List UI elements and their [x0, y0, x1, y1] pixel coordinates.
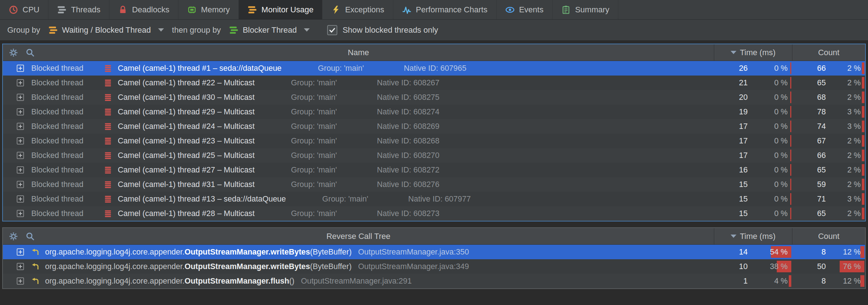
count-cell: 65 — [792, 78, 830, 88]
threads-rows: Blocked threadCamel (camel-1) thread #1 … — [3, 61, 865, 221]
expand-icon[interactable] — [17, 65, 24, 72]
column-header-time[interactable]: Time (ms) — [714, 228, 792, 244]
thread-row[interactable]: Blocked threadCamel (camel-1) thread #24… — [3, 119, 865, 134]
expand-icon[interactable] — [17, 108, 24, 115]
time-pct-cell: 0 % — [752, 76, 792, 90]
tab-label: CPU — [23, 5, 39, 15]
percent-bar — [790, 164, 791, 176]
gear-icon[interactable] — [9, 232, 18, 241]
expand-icon[interactable] — [17, 166, 24, 174]
calltree-row[interactable]: org.apache.logging.log4j.core.appender.O… — [3, 259, 865, 274]
count-pct-cell: 2 % — [830, 76, 865, 90]
expand-icon[interactable] — [17, 195, 24, 203]
thread-row[interactable]: Blocked threadCamel (camel-1) thread #22… — [3, 76, 865, 90]
calltree-row[interactable]: org.apache.logging.log4j.core.appender.O… — [3, 245, 865, 259]
show-blocked-only-checkbox[interactable]: Show blocked threads only — [327, 25, 438, 35]
percent-bar — [862, 77, 864, 89]
time-pct-cell: 0 % — [752, 90, 792, 105]
count-pct-cell: 2 % — [830, 148, 865, 163]
percent-bar — [790, 92, 791, 103]
expand-icon[interactable] — [17, 137, 24, 145]
tab-performance-charts[interactable]: Performance Charts — [393, 0, 497, 19]
deadlock-icon — [118, 5, 128, 15]
blocked-thread-icon — [104, 151, 112, 159]
expand-icon[interactable] — [17, 248, 24, 256]
tab-events[interactable]: Events — [497, 0, 552, 19]
then-group-by-dropdown[interactable]: Blocker Thread — [227, 24, 312, 36]
thread-row[interactable]: Blocked threadCamel (camel-1) thread #31… — [3, 177, 865, 192]
reverse-call-icon — [31, 248, 39, 256]
thread-row[interactable]: Blocked threadCamel (camel-1) thread #27… — [3, 163, 865, 177]
tab-monitor-usage[interactable]: Monitor Usage — [239, 0, 322, 19]
expand-icon[interactable] — [17, 123, 24, 130]
calltree-row[interactable]: org.apache.logging.log4j.core.appender.O… — [3, 274, 865, 288]
tab-cpu[interactable]: CPU — [0, 0, 48, 19]
events-icon — [505, 5, 515, 15]
percent-bar — [790, 135, 791, 147]
method-cell: org.apache.logging.log4j.core.appender.O… — [3, 277, 714, 286]
thread-native-id: Native ID: 608276 — [377, 180, 439, 189]
count-cell: 74 — [792, 122, 830, 131]
time-pct-cell: 0 % — [752, 148, 792, 163]
blocked-thread-icon — [104, 79, 112, 87]
count-pct-cell: 2 % — [830, 90, 865, 105]
expand-icon[interactable] — [17, 79, 24, 86]
thread-row[interactable]: Blocked threadCamel (camel-1) thread #25… — [3, 148, 865, 163]
thread-name-cell: Blocked threadCamel (camel-1) thread #27… — [3, 166, 714, 175]
checkbox-label: Show blocked threads only — [342, 25, 438, 35]
tab-deadlocks[interactable]: Deadlocks — [109, 0, 178, 19]
thread-kind: Blocked thread — [31, 209, 104, 218]
main-content: Name Time (ms) Count Blocked threadCamel… — [0, 41, 868, 289]
search-icon[interactable] — [25, 48, 35, 57]
percent-bar — [862, 106, 864, 118]
thread-row[interactable]: Blocked threadCamel (camel-1) thread #23… — [3, 134, 865, 148]
expand-icon[interactable] — [17, 210, 24, 217]
thread-kind: Blocked thread — [31, 64, 104, 73]
thread-row[interactable]: Blocked threadCamel (camel-1) thread #1 … — [3, 61, 865, 76]
thread-name-cell: Blocked threadCamel (camel-1) thread #22… — [3, 78, 714, 88]
tab-memory[interactable]: Memory — [178, 0, 239, 19]
count-pct-cell: 12 % — [830, 274, 865, 288]
search-icon[interactable] — [25, 232, 35, 241]
thread-name: Camel (camel-1) thread #28 – Multicast — [118, 209, 254, 218]
threads-table-panel: Name Time (ms) Count Blocked threadCamel… — [2, 44, 866, 221]
count-pct-cell: 3 % — [830, 119, 865, 134]
column-header-time[interactable]: Time (ms) — [714, 44, 792, 61]
thread-kind: Blocked thread — [31, 166, 104, 175]
expand-icon[interactable] — [17, 152, 24, 159]
expand-icon[interactable] — [17, 94, 24, 101]
thread-row[interactable]: Blocked threadCamel (camel-1) thread #28… — [3, 206, 865, 221]
time-cell: 16 — [714, 166, 752, 175]
call-tree-title: Reverse Call Tree — [3, 228, 714, 244]
thread-name: Camel (camel-1) thread #1 – seda://dataQ… — [118, 64, 282, 73]
thread-row[interactable]: Blocked threadCamel (camel-1) thread #13… — [3, 192, 865, 206]
count-cell: 65 — [792, 166, 830, 175]
gear-icon[interactable] — [9, 48, 18, 57]
time-pct-cell: 0 % — [752, 119, 792, 134]
column-header-count[interactable]: Count — [792, 228, 865, 244]
thread-kind: Blocked thread — [31, 195, 104, 204]
tab-exceptions[interactable]: Exceptions — [322, 0, 393, 19]
tab-summary[interactable]: Summary — [552, 0, 618, 19]
thread-row[interactable]: Blocked threadCamel (camel-1) thread #30… — [3, 90, 865, 105]
time-cell: 15 — [714, 195, 752, 204]
column-header-name[interactable]: Name — [3, 44, 714, 61]
thread-row[interactable]: Blocked threadCamel (camel-1) thread #29… — [3, 105, 865, 119]
count-pct-cell: 76 % — [830, 259, 865, 274]
time-cell: 10 — [714, 262, 752, 271]
group-by-label: Group by — [7, 25, 40, 35]
performance-charts-icon — [402, 5, 411, 15]
expand-icon[interactable] — [17, 181, 24, 188]
count-cell: 59 — [792, 180, 830, 189]
expand-icon[interactable] — [17, 263, 24, 270]
count-pct-cell: 3 % — [830, 105, 865, 119]
expand-icon[interactable] — [17, 277, 24, 285]
thread-group: Group: 'main' — [291, 78, 337, 88]
time-pct-cell: 4 % — [752, 274, 792, 288]
group-by-dropdown[interactable]: Waiting / Blocked Thread — [46, 24, 166, 36]
tab-threads[interactable]: Threads — [48, 0, 109, 19]
percent-bar — [860, 246, 864, 258]
thread-kind: Blocked thread — [31, 180, 104, 189]
column-header-count[interactable]: Count — [792, 44, 865, 61]
thread-name: Camel (camel-1) thread #31 – Multicast — [118, 180, 254, 189]
